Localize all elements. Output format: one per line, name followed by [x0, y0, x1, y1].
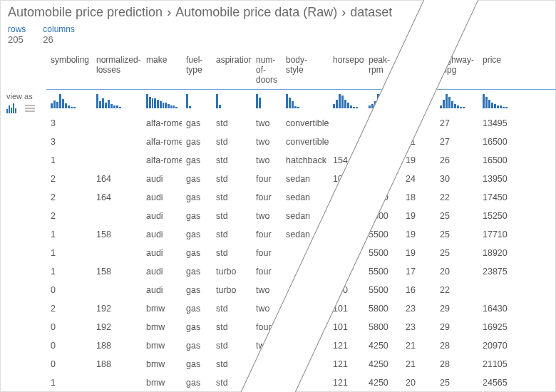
column-header-hp[interactable]: horsepower	[329, 55, 364, 85]
data-table: symbolingnormalized-lossesmakefuel-typea…	[46, 52, 556, 392]
cell-hwy: 22	[436, 188, 478, 207]
table-row[interactable]: 0188bmwgasstdfour1214250212821105	[46, 355, 556, 373]
cell-price: 17710	[478, 225, 518, 244]
cell-city: 21	[401, 114, 436, 133]
column-header-make[interactable]: make	[142, 55, 182, 85]
cell-asp: std	[212, 151, 252, 170]
cell-symboling: 2	[46, 170, 92, 188]
cell-city: 24	[401, 170, 436, 188]
table-row[interactable]: 2192bmwgasstdtwo1015800232916430	[46, 299, 556, 318]
cell-doors: four	[252, 262, 282, 281]
cell-symboling: 1	[46, 373, 92, 392]
left-rail: view as	[1, 52, 46, 392]
breadcrumb-sep: ›	[341, 5, 346, 19]
column-header-hwy[interactable]: highway-mpg	[436, 55, 478, 85]
header-rule	[46, 89, 556, 90]
cell-doors: four	[252, 170, 282, 188]
column-header-nl[interactable]: normalized-losses	[92, 55, 142, 85]
cell-body: convertible	[282, 133, 329, 151]
sparkline-price	[478, 94, 518, 108]
cell-make: audi	[142, 170, 182, 188]
table-row[interactable]: 0192bmwgasstdfour1015800232916925	[46, 318, 556, 336]
column-header-symboling[interactable]: symboling	[46, 55, 92, 85]
cell-make: alfa-romero	[142, 133, 182, 151]
column-header-rpm[interactable]: peak-rpm	[364, 55, 401, 85]
table-row[interactable]: 3alfa-romerogasstdtwoconvertible50002127…	[46, 114, 556, 133]
cell-rpm: 5800	[364, 318, 401, 336]
cell-city: 23	[401, 299, 436, 318]
cell-price: 13495	[478, 114, 518, 133]
table-row[interactable]: 3alfa-romerogasstdtwoconvertible50002127…	[46, 133, 556, 151]
column-header-price[interactable]: price	[478, 55, 518, 85]
cell-fuel: gas	[182, 225, 212, 244]
cell-hp: 110	[329, 244, 364, 262]
sparkline-hp	[329, 94, 364, 108]
cell-rpm: 5500	[364, 281, 401, 299]
cell-asp: std	[212, 373, 252, 392]
cell-hp: 102	[329, 170, 364, 188]
cell-fuel: gas	[182, 133, 212, 151]
table-row[interactable]: 2164audigasstdfoursedan1025500243013950	[46, 170, 556, 188]
cell-body	[282, 355, 329, 373]
cell-symboling: 1	[46, 151, 92, 170]
cell-body	[282, 262, 329, 281]
cell-fuel: gas	[182, 114, 212, 133]
table-header: symbolingnormalized-lossesmakefuel-typea…	[46, 52, 556, 89]
cell-nl: 158	[92, 262, 142, 281]
cell-doors: four	[252, 244, 282, 262]
column-header-body[interactable]: body-style	[282, 55, 329, 85]
column-header-asp[interactable]: aspiration	[212, 55, 252, 85]
column-header-fuel[interactable]: fuel-type	[182, 55, 212, 85]
cell-make: bmw	[142, 318, 182, 336]
cell-nl: 164	[92, 170, 142, 188]
column-header-city[interactable]: city-mpg	[401, 55, 436, 85]
view-as-histogram-icon[interactable]	[6, 103, 19, 113]
table-row[interactable]: 0audigasturbotwo16055001622	[46, 281, 556, 299]
cell-price: 21105	[478, 355, 518, 373]
cell-body: sedan	[282, 207, 329, 225]
cell-nl: 164	[92, 188, 142, 207]
cell-rpm: 5500	[364, 262, 401, 281]
cell-fuel: gas	[182, 244, 212, 262]
cell-doors: two	[252, 207, 282, 225]
cell-body: hatchback	[282, 151, 329, 170]
cell-nl: 188	[92, 336, 142, 355]
cell-nl: 192	[92, 318, 142, 336]
table-row[interactable]: 1alfa-romerogasstdtwohatchback1545000192…	[46, 151, 556, 170]
cell-hp: 121	[329, 355, 364, 373]
cell-rpm: 4250	[364, 373, 401, 392]
cell-nl	[92, 133, 142, 151]
sparkline-city	[401, 94, 436, 108]
table-row[interactable]: 1158audigasstdfoursedan1105500192517710	[46, 225, 556, 244]
cell-hwy: 27	[436, 133, 478, 151]
breadcrumb-sep: ›	[167, 5, 171, 19]
cell-asp: std	[212, 336, 252, 355]
cell-hp: 140	[329, 262, 364, 281]
cell-doors: two	[252, 336, 282, 355]
cell-city: 21	[401, 133, 436, 151]
column-header-doors[interactable]: num-of-doors	[252, 55, 282, 85]
cell-rpm: 4250	[364, 355, 401, 373]
cell-fuel: gas	[182, 318, 212, 336]
table-row[interactable]: 2164audigasstdfoursedan1155500182217450	[46, 188, 556, 207]
cell-hp: 121	[329, 373, 364, 392]
table-row[interactable]: 1bmwgasstdfour1214250202524565	[46, 373, 556, 392]
table-row[interactable]: 0188bmwgasstdtwo1214250212820970	[46, 336, 556, 355]
cell-hp: 110	[329, 225, 364, 244]
breadcrumb-item[interactable]: Automobile price prediction	[8, 5, 163, 19]
cell-fuel: gas	[182, 170, 212, 188]
cell-city: 19	[401, 225, 436, 244]
view-as-list-icon[interactable]	[22, 103, 35, 113]
table-row[interactable]: 1audigasstdfour1105500192518920	[46, 244, 556, 262]
table-row[interactable]: 1158audigasturbofour1405500172023875	[46, 262, 556, 281]
cell-symboling: 0	[46, 281, 92, 299]
breadcrumb-item[interactable]: Automobile price data (Raw)	[175, 5, 337, 19]
breadcrumb-item[interactable]: dataset	[350, 5, 392, 19]
breadcrumb: Automobile price prediction›Automobile p…	[1, 1, 556, 23]
table-row[interactable]: 2audigasstdtwosedan1105500192515250	[46, 207, 556, 225]
cell-make: audi	[142, 244, 182, 262]
cell-fuel: gas	[182, 188, 212, 207]
cell-symboling: 0	[46, 355, 92, 373]
cell-city: 16	[401, 281, 436, 299]
cell-asp: std	[212, 299, 252, 318]
